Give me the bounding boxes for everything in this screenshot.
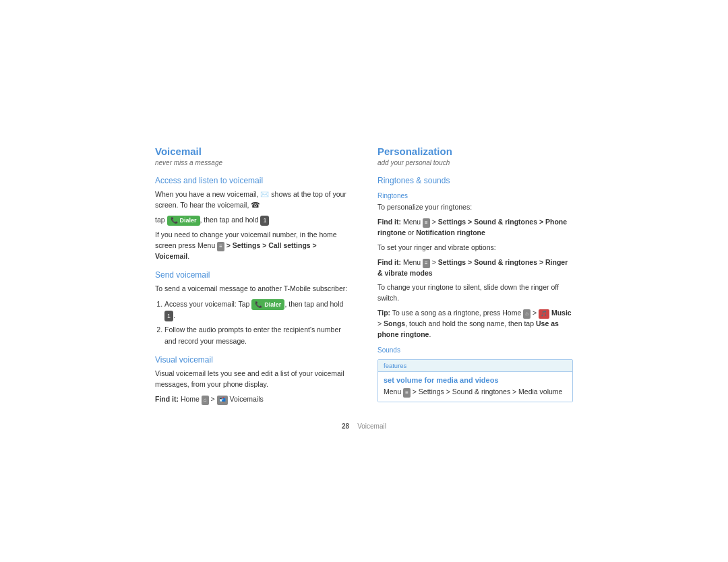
use-as-ringtone: Use as phone ringtone [377,319,559,338]
features-tab: features [378,360,572,372]
hold-button: 1 [260,216,269,226]
menu-icon-2: ≡ [423,218,430,228]
access-settings-path: > Settings > Call settings > Voicemail [155,241,317,260]
tip-label: Tip: [377,309,390,317]
menu-icon: ≡ [217,242,224,251]
dialer-button-2: 📞 Dialer [251,299,284,310]
voicemail-title: Voicemail [155,146,351,157]
voicemail-subtitle: never miss a message [155,159,351,166]
send-heading: Send voicemail [155,270,351,280]
send-steps: Access your voicemail: Tap 📞 Dialer, the… [155,299,351,347]
voicemail-icon: 📬 [217,396,228,405]
footer-label: Voicemail [357,423,386,430]
music-icon: 🎵 [539,309,549,319]
ringtones-vibrate-intro: To set your ringer and vibrate options: [377,243,573,253]
sounds-label: Sounds [377,346,573,354]
ringtones-findit2: Find it: Menu ≡ > Settings > Sound & rin… [377,257,573,279]
left-column: Voicemail never miss a message Access an… [155,146,351,408]
hold-button-2: 1 [164,311,173,321]
settings-path-2: Settings > Sound & ringtones > Ringer & … [377,258,568,277]
features-box: features set volume for media and videos… [377,359,573,402]
ringtones-findit1: Find it: Menu ≡ > Settings > Sound & rin… [377,217,573,239]
ringtones-label: Ringtones [377,192,573,199]
home-icon-2: ⌂ [523,309,530,319]
send-step1: Access your voicemail: Tap 📞 Dialer, the… [164,299,351,322]
ringtones-sounds-heading: Ringtones & sounds [377,176,573,185]
features-content: set volume for media and videos Menu ≡ >… [378,372,572,402]
find-it-label-2: Find it: [377,218,401,226]
content-area: Voicemail never miss a message Access an… [155,132,573,408]
send-intro: To send a voicemail message to another T… [155,284,351,294]
page-footer: 28 Voicemail [342,423,386,430]
menu-icon-4: ≡ [403,388,411,398]
music-label: Music [551,309,572,317]
visual-p1: Visual voicemail lets you see and edit a… [155,369,351,390]
voicemail-symbol: ☎ [251,201,260,209]
access-p1: When you have a new voicemail, ✉️ shows … [155,189,351,211]
features-body: Menu ≡ > Settings > Sound & ringtones > … [384,387,567,398]
personalization-title: Personalization [377,146,573,157]
access-p2: tap 📞 Dialer, then tap and hold 1 [155,215,351,226]
find-it-label: Find it: [155,395,179,403]
ringtones-change-p: To change your ringtone to silent, slide… [377,282,573,304]
page-container: Voicemail never miss a message Access an… [0,0,728,562]
right-column: Personalization add your personal touch … [377,146,573,408]
phone-icon: 📞 [171,216,178,226]
phone-icon-2: 📞 [255,300,262,309]
songs-label: Songs [384,319,405,327]
tip-line: Tip: To use a song as a ringtone, press … [377,308,573,340]
find-it-label-3: Find it: [377,258,401,266]
ringtones-intro: To personalize your ringtones: [377,202,573,213]
visual-heading: Visual voicemail [155,355,351,365]
notif-ringtone: Notification ringtone [416,228,485,237]
page-number: 28 [342,423,349,430]
visual-findit: Find it: Home ⌂ > 📬 Voicemails [155,394,351,405]
menu-icon-3: ≡ [423,259,430,268]
access-p3: If you need to change your voicemail num… [155,230,351,262]
home-icon: ⌂ [202,396,209,405]
send-step2: Follow the audio prompts to enter the re… [164,324,351,347]
features-highlight: set volume for media and videos [384,376,567,384]
access-heading: Access and listen to voicemail [155,176,351,185]
dialer-button: 📞 Dialer [167,216,200,226]
personalization-subtitle: add your personal touch [377,159,573,166]
voicemails-label: Voicemails [230,395,264,403]
